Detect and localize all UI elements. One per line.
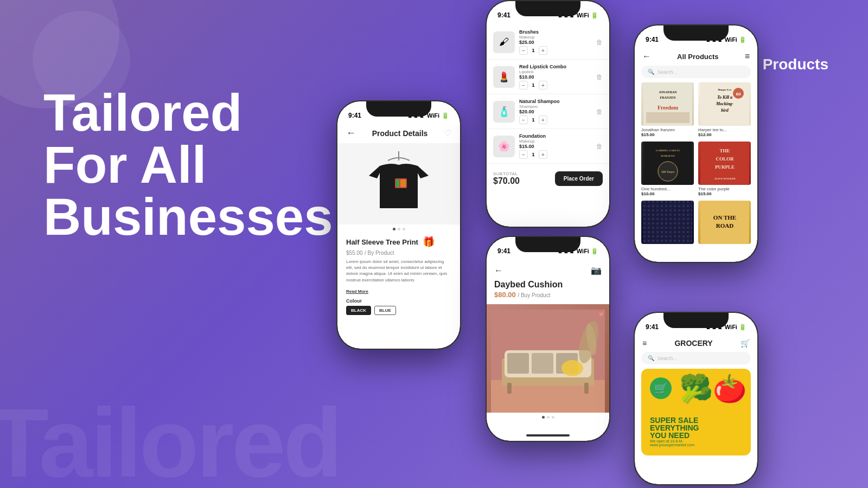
cart-total: $70.00 bbox=[493, 176, 520, 186]
banner-url: www.yousupermarket.com bbox=[650, 443, 699, 447]
product-details-title: Product Details bbox=[372, 129, 428, 138]
qty-plus-2[interactable]: + bbox=[539, 81, 547, 89]
qty-minus-4[interactable]: − bbox=[519, 150, 528, 159]
qty-minus-2[interactable]: − bbox=[519, 81, 528, 89]
daybed-dot-3[interactable] bbox=[552, 416, 554, 419]
book-cover-4: THE COLOR PURPLE ALICE WALKER bbox=[698, 142, 751, 185]
cart-item-image-4: 🌸 bbox=[493, 136, 515, 157]
cart-screen: 9:41 ▲▲▲ WiFi 🔋 🖌 Brushes Makeup $25.00 … bbox=[487, 1, 609, 227]
colour-black[interactable]: BLACK bbox=[346, 306, 371, 315]
svg-text:100 Years: 100 Years bbox=[661, 170, 674, 174]
grocery-menu-icon[interactable]: ≡ bbox=[642, 339, 647, 348]
trash-icon-1[interactable]: 🗑 bbox=[596, 38, 603, 46]
trash-icon-2[interactable]: 🗑 bbox=[596, 73, 603, 81]
qty-plus-4[interactable]: + bbox=[539, 150, 547, 159]
book-item-3[interactable]: GABRIEL GARCÍA MÁRQUEZ 100 Years One hun… bbox=[641, 142, 694, 196]
daybed-title: Daybed Cushion bbox=[494, 280, 602, 290]
book-price-3: $10.00 bbox=[641, 191, 694, 196]
svg-text:THE: THE bbox=[719, 148, 730, 153]
book-item-6[interactable]: ON THE ROAD bbox=[698, 201, 751, 246]
daybed-heart-icon[interactable]: ♥ bbox=[599, 310, 604, 319]
cart-item-cat-3: Shampoo bbox=[519, 104, 592, 109]
cart-item-image-1: 🖌 bbox=[493, 31, 515, 53]
daybed-back-button[interactable]: ← bbox=[494, 266, 503, 275]
colour-label: Colour bbox=[346, 298, 451, 304]
qty-num-2: 1 bbox=[530, 82, 537, 88]
phone-notch-5 bbox=[663, 313, 729, 328]
daybed-dot-2[interactable] bbox=[547, 416, 550, 419]
camera-icon[interactable]: 📷 bbox=[591, 265, 602, 275]
qty-num-4: 1 bbox=[530, 152, 537, 157]
books-screen: 9:41 ▲▲▲ WiFi 🔋 ← All Products ≡ 🔍 Searc… bbox=[635, 25, 757, 262]
place-order-button[interactable]: Place Order bbox=[555, 171, 603, 186]
svg-text:COLOR: COLOR bbox=[716, 156, 734, 162]
books-back-button[interactable]: ← bbox=[642, 52, 651, 61]
svg-rect-3 bbox=[400, 179, 406, 187]
cart-item-info-2: Red Lipstick Combo Lipstick $10.00 − 1 + bbox=[519, 64, 592, 89]
product-image-area bbox=[337, 143, 460, 224]
grocery-header: ≡ GROCERY 🛒 bbox=[635, 337, 757, 352]
banner-text: SUPER SALE EVERYTHING YOU NEED We open a… bbox=[650, 416, 699, 447]
qty-minus-1[interactable]: − bbox=[519, 46, 528, 55]
book-cover-svg-4: THE COLOR PURPLE ALICE WALKER bbox=[700, 142, 749, 185]
home-indicator-3 bbox=[526, 434, 570, 436]
grocery-search-bar[interactable]: 🔍 Search... bbox=[641, 352, 751, 364]
daybed-screen: 9:41 ▲▲▲ WiFi 🔋 ← 📷 Daybed Cushion $80.0… bbox=[487, 237, 609, 441]
book-name-2: Harper lee to... bbox=[698, 127, 751, 132]
book-cover-3: GABRIEL GARCÍA MÁRQUEZ 100 Years bbox=[641, 142, 694, 185]
status-time-1: 9:41 bbox=[348, 112, 361, 119]
book-cover-1: JONATHAN FRANZEN Freedom bbox=[641, 82, 694, 126]
cart-qty-4: − 1 + bbox=[519, 150, 592, 159]
status-time-5: 9:41 bbox=[646, 323, 659, 331]
daybed-content: Daybed Cushion $80.00 / Buy Product bbox=[487, 280, 609, 304]
product-details-header: ← Product Details ♡ bbox=[337, 125, 460, 143]
heart-icon[interactable]: ♡ bbox=[444, 128, 451, 138]
cart-item-cat-1: Makeup bbox=[519, 35, 592, 40]
banner-sale-line1: SUPER SALE bbox=[650, 416, 699, 424]
svg-rect-40 bbox=[643, 201, 692, 244]
svg-text:Harper Lee: Harper Lee bbox=[718, 88, 732, 91]
grocery-search-icon: 🔍 bbox=[648, 355, 654, 361]
books-search-bar[interactable]: 🔍 Search... bbox=[641, 66, 751, 78]
qty-minus-3[interactable]: − bbox=[519, 115, 528, 124]
cart-item-info-1: Brushes Makeup $25.00 − 1 + bbox=[519, 29, 592, 55]
books-filter-icon[interactable]: ≡ bbox=[745, 52, 750, 61]
svg-text:60: 60 bbox=[736, 92, 741, 97]
back-button[interactable]: ← bbox=[346, 127, 356, 139]
qty-plus-3[interactable]: + bbox=[539, 115, 547, 124]
dot-1[interactable] bbox=[393, 228, 395, 230]
cart-item-name-4: Foundation bbox=[519, 133, 592, 139]
cart-item-info-3: Natural Shampoo Shampoo $20.00 − 1 + bbox=[519, 99, 592, 124]
trash-icon-3[interactable]: 🗑 bbox=[596, 108, 603, 115]
svg-text:Freedom: Freedom bbox=[657, 105, 678, 111]
cart-item-4: 🌸 Foundation Makeup $15.00 − 1 + 🗑 bbox=[487, 129, 609, 164]
status-time-4: 9:41 bbox=[646, 36, 659, 43]
dot-3[interactable] bbox=[403, 228, 405, 230]
svg-text:ROAD: ROAD bbox=[716, 222, 733, 229]
phone-notch-1 bbox=[366, 101, 431, 117]
read-more-link[interactable]: Read More bbox=[346, 289, 368, 294]
product-emoji: 🎁 bbox=[423, 236, 435, 248]
qty-plus-1[interactable]: + bbox=[539, 46, 547, 55]
book-item-1[interactable]: JONATHAN FRANZEN Freedom Jonathan franze… bbox=[641, 82, 694, 137]
cart-item-cat-2: Lipstick bbox=[519, 69, 592, 74]
svg-rect-20 bbox=[646, 112, 690, 123]
grocery-cart-icon[interactable]: 🛒 bbox=[741, 339, 750, 348]
trash-icon-4[interactable]: 🗑 bbox=[596, 143, 603, 150]
book-item-2[interactable]: Harper Lee To Kill a Mocking- bird 60 Ha… bbox=[698, 82, 751, 137]
book-item-5[interactable] bbox=[641, 201, 694, 246]
daybed-dot-1[interactable] bbox=[542, 416, 545, 419]
cart-item-3: 🧴 Natural Shampoo Shampoo $20.00 − 1 + 🗑 bbox=[487, 94, 609, 129]
book-name-4: The color purple bbox=[698, 187, 751, 191]
cart-item-cat-4: Makeup bbox=[519, 139, 592, 144]
daybed-image-dots bbox=[487, 413, 609, 422]
colour-blue[interactable]: BLUE bbox=[374, 306, 396, 315]
svg-rect-8 bbox=[507, 353, 529, 374]
product-info: Half Sleeve Tree Print 🎁 $55.00 / By Pro… bbox=[337, 233, 460, 318]
daybed-image: ♥ bbox=[487, 304, 609, 413]
qty-num-3: 1 bbox=[530, 117, 537, 123]
svg-rect-13 bbox=[507, 383, 512, 394]
book-item-4[interactable]: THE COLOR PURPLE ALICE WALKER The color … bbox=[698, 142, 751, 196]
cart-footer: SUBTOTAL $70.00 Place Order bbox=[487, 166, 609, 191]
dot-2[interactable] bbox=[398, 228, 400, 230]
